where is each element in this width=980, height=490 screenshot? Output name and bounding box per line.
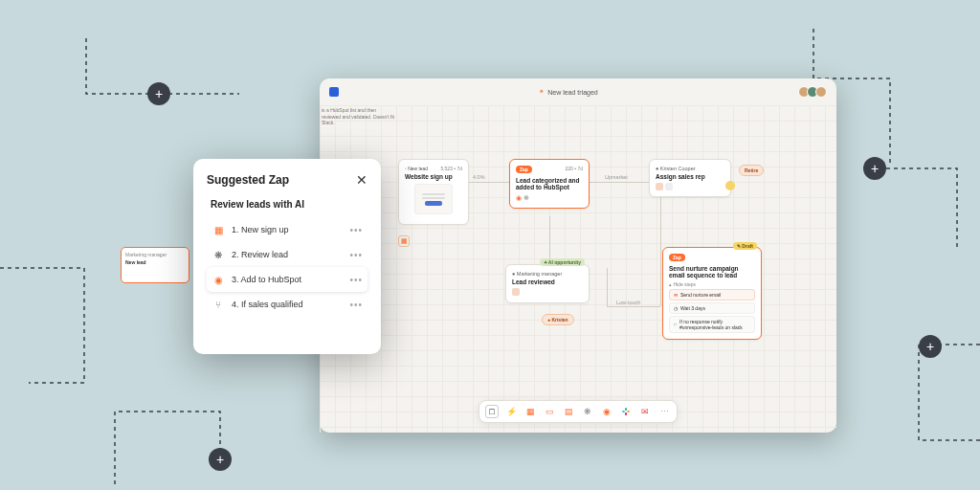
- edge-label: 4.0%: [473, 174, 485, 180]
- close-icon[interactable]: ✕: [356, 172, 368, 188]
- branch-icon: ⑂: [212, 298, 225, 311]
- hubspot-icon: ◉: [516, 194, 522, 202]
- ai-icon: ❋: [523, 194, 529, 202]
- stop-icon[interactable]: □: [485, 405, 499, 418]
- step-row[interactable]: ⌗If no response notify #unresponsive-lea…: [669, 316, 755, 333]
- chat-icon[interactable]: ▭: [543, 405, 556, 418]
- node-new-lead[interactable]: ◦ New lead 5,523 • 7d Website sign up: [398, 159, 469, 225]
- node-nurture[interactable]: Zap ✎ Draft Send nurture campaign email …: [662, 247, 762, 340]
- alert-icon: [725, 181, 735, 190]
- zap-icon[interactable]: ⚡: [504, 405, 518, 418]
- slack-icon[interactable]: [619, 405, 633, 418]
- more-icon[interactable]: •••: [349, 225, 363, 235]
- task-icon: [656, 183, 663, 190]
- canvas-title[interactable]: ✴ New lead triaged: [539, 88, 598, 96]
- app-logo: [329, 87, 339, 97]
- clock-icon: ◷: [674, 305, 678, 311]
- ai-icon: ❋: [212, 248, 225, 261]
- hubspot-icon: ◉: [212, 273, 225, 286]
- ai-opportunity-badge: ✦ AI opportunity: [540, 258, 585, 266]
- zap-step[interactable]: ❋ 2. Review lead •••: [207, 242, 368, 267]
- add-node-button[interactable]: +: [147, 82, 170, 105]
- node-assign[interactable]: ● Kristen Cooper Assign sales rep: [649, 159, 731, 197]
- table-icon[interactable]: ▦: [523, 405, 537, 418]
- step-row[interactable]: ✉Send nurture email: [669, 289, 755, 301]
- suggested-zap-modal: Suggested Zap ✕ Review leads with AI ▦ 1…: [193, 159, 381, 354]
- svg-rect-3: [625, 412, 627, 415]
- add-node-button[interactable]: +: [209, 448, 232, 471]
- edge-label: Low-touch: [616, 300, 640, 305]
- gmail-icon[interactable]: ✉: [638, 405, 652, 418]
- form-icon[interactable]: ▦: [398, 235, 410, 247]
- canvas-window: ✴ New lead triaged is a HubSpot list and…: [320, 78, 836, 433]
- node-reviewed[interactable]: ✦ AI opportunity ● Marketing manager Lea…: [505, 264, 590, 303]
- more-icon[interactable]: •••: [349, 250, 363, 260]
- zap-step[interactable]: ⑂ 4. If sales qualified •••: [207, 292, 368, 317]
- draft-badge: ✎ Draft: [733, 242, 757, 250]
- node-categorize[interactable]: Zap 220 • 7d Lead categorized and added …: [509, 159, 590, 209]
- flow-canvas[interactable]: ◦ New lead 5,523 • 7d Website sign up ▦ …: [320, 105, 836, 433]
- zap-step[interactable]: ◉ 3. Add to HubSpot •••: [207, 267, 368, 292]
- add-node-button[interactable]: +: [863, 157, 886, 180]
- slack-icon: ⌗: [674, 322, 677, 328]
- step-row[interactable]: ◷Wait 3 days: [669, 302, 755, 314]
- modal-subtitle: Review leads with AI: [207, 199, 368, 210]
- zap-step[interactable]: ▦ 1. New sign up •••: [207, 217, 368, 242]
- window-header: ✴ New lead triaged: [320, 78, 836, 105]
- task-icon: [665, 183, 673, 190]
- layout-icon[interactable]: ▤: [562, 405, 575, 418]
- hubspot-icon[interactable]: ◉: [600, 405, 613, 418]
- svg-rect-1: [627, 411, 630, 412]
- gmail-icon: ✉: [674, 292, 678, 298]
- person-chip[interactable]: ● Kristen: [542, 314, 574, 325]
- collaborators[interactable]: [798, 86, 827, 98]
- description-text: is a HubSpot list and then reviewed and …: [322, 107, 394, 126]
- svg-rect-0: [622, 411, 625, 412]
- sparkle-icon[interactable]: ❋: [581, 405, 594, 418]
- form-icon: ▦: [212, 223, 225, 236]
- hide-steps-toggle[interactable]: ▴ Hide steps: [669, 281, 755, 287]
- task-icon: [512, 288, 520, 296]
- canvas-toolbar: □ ⚡ ▦ ▭ ▤ ❋ ◉ ✉ ⋯: [479, 400, 678, 423]
- edge-label: Upmarket: [605, 174, 628, 180]
- spark-icon: ✴: [539, 88, 545, 96]
- more-icon[interactable]: •••: [349, 300, 363, 310]
- add-node-button[interactable]: +: [919, 335, 942, 358]
- more-icon[interactable]: ⋯: [657, 405, 671, 418]
- avatar: [815, 86, 827, 98]
- form-preview: [414, 184, 453, 214]
- action-chip[interactable]: Retire: [739, 165, 764, 176]
- side-node-peek: Marketing manager New lead: [121, 247, 189, 283]
- modal-title: Suggested Zap: [207, 173, 289, 187]
- svg-rect-2: [625, 408, 627, 411]
- more-icon[interactable]: •••: [349, 275, 363, 285]
